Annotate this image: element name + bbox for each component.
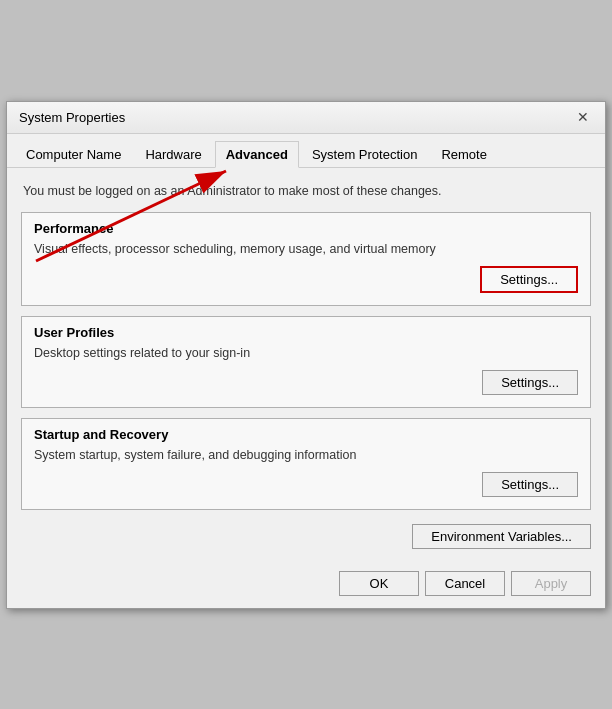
system-properties-dialog: System Properties ✕ Computer Name Hardwa… (6, 101, 606, 609)
tab-system-protection[interactable]: System Protection (301, 141, 429, 168)
performance-title: Performance (34, 221, 578, 236)
apply-button[interactable]: Apply (511, 571, 591, 596)
user-profiles-desc: Desktop settings related to your sign-in (34, 346, 578, 360)
dialog-content: You must be logged on as an Administrato… (7, 168, 605, 563)
close-button[interactable]: ✕ (573, 107, 593, 127)
environment-variables-button[interactable]: Environment Variables... (412, 524, 591, 549)
performance-desc: Visual effects, processor scheduling, me… (34, 242, 578, 256)
admin-notice: You must be logged on as an Administrato… (21, 180, 591, 202)
startup-recovery-section: Startup and Recovery System startup, sys… (21, 418, 591, 510)
cancel-button[interactable]: Cancel (425, 571, 505, 596)
user-profiles-title: User Profiles (34, 325, 578, 340)
performance-section: Performance Visual effects, processor sc… (21, 212, 591, 306)
title-bar: System Properties ✕ (7, 102, 605, 134)
tab-advanced[interactable]: Advanced (215, 141, 299, 168)
tab-computer-name[interactable]: Computer Name (15, 141, 132, 168)
performance-settings-button[interactable]: Settings... (480, 266, 578, 293)
dialog-title: System Properties (19, 110, 125, 125)
startup-recovery-title: Startup and Recovery (34, 427, 578, 442)
startup-recovery-desc: System startup, system failure, and debu… (34, 448, 578, 462)
startup-recovery-settings-button[interactable]: Settings... (482, 472, 578, 497)
user-profiles-section: User Profiles Desktop settings related t… (21, 316, 591, 408)
tab-bar: Computer Name Hardware Advanced System P… (7, 134, 605, 168)
tab-hardware[interactable]: Hardware (134, 141, 212, 168)
env-variables-row: Environment Variables... (21, 520, 591, 551)
footer-buttons: OK Cancel Apply (7, 563, 605, 608)
user-profiles-settings-button[interactable]: Settings... (482, 370, 578, 395)
tab-remote[interactable]: Remote (430, 141, 498, 168)
ok-button[interactable]: OK (339, 571, 419, 596)
